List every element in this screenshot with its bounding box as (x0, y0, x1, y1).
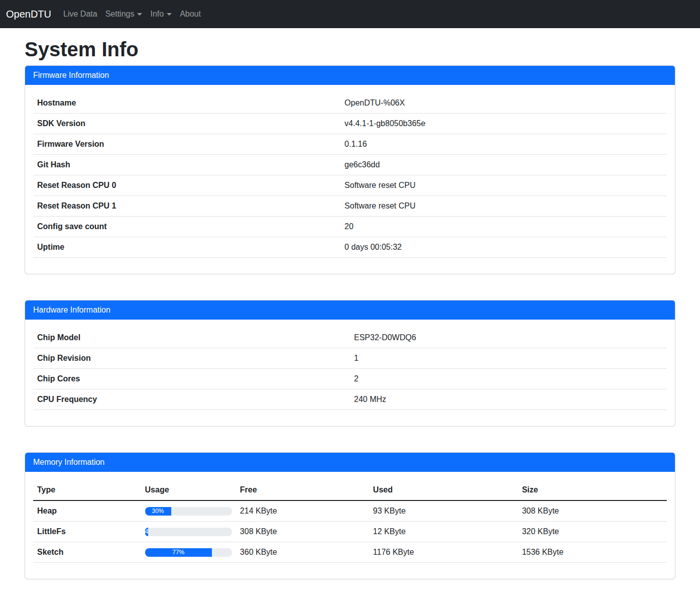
table-row: Firmware Version 0.1.16 (33, 134, 667, 155)
memory-usage-cell: 77% (141, 542, 236, 563)
firmware-information-card: Firmware Information Hostname OpenDTU-%0… (25, 65, 675, 274)
memory-used: 93 KByte (369, 500, 518, 522)
hardware-card-header: Hardware Information (25, 300, 675, 320)
progress-track: 4 (145, 528, 232, 536)
chevron-down-icon (167, 13, 172, 16)
table-row: Git Hash ge6c36dd (33, 155, 667, 175)
row-label: SDK Version (33, 114, 340, 134)
column-header-size: Size (518, 480, 667, 500)
column-header-type: Type (33, 480, 141, 500)
memory-usage-cell: 30% (141, 500, 236, 522)
memory-information-card: Memory Information Type Usage Free Used … (25, 452, 675, 579)
progress-bar: 30% (145, 507, 171, 516)
row-value: 0.1.16 (340, 134, 667, 155)
row-label: Uptime (33, 237, 340, 258)
memory-used: 12 KByte (369, 522, 518, 542)
row-label: Git Hash (33, 155, 340, 175)
row-value: ESP32-D0WDQ6 (350, 328, 667, 348)
row-label: Chip Revision (33, 348, 350, 369)
progress-track: 77% (145, 548, 232, 557)
table-header-row: Type Usage Free Used Size (33, 480, 667, 500)
row-label: Firmware Version (33, 134, 340, 155)
row-value: 0 days 00:05:32 (340, 237, 667, 258)
progress-track: 30% (145, 507, 232, 516)
main-content: System Info Firmware Information Hostnam… (19, 37, 681, 579)
memory-free: 360 KByte (236, 542, 369, 563)
page-title: System Info (25, 37, 675, 61)
row-value: v4.4.1-1-gb8050b365e (340, 114, 667, 134)
nav-link-label: Live Data (63, 8, 97, 20)
nav-link-about[interactable]: About (176, 4, 205, 24)
memory-size: 1536 KByte (518, 542, 667, 563)
hardware-table: Chip Model ESP32-D0WDQ6 Chip Revision 1 … (33, 328, 667, 410)
nav-item-info: Info (146, 4, 176, 24)
firmware-card-body: Hostname OpenDTU-%06X SDK Version v4.4.1… (25, 85, 675, 274)
hardware-card-body: Chip Model ESP32-D0WDQ6 Chip Revision 1 … (25, 320, 675, 426)
table-row: CPU Frequency 240 MHz (33, 389, 667, 410)
nav-link-settings[interactable]: Settings (101, 4, 147, 24)
table-row: Hostname OpenDTU-%06X (33, 93, 667, 114)
memory-usage-cell: 4 (141, 522, 236, 542)
firmware-card-header: Firmware Information (25, 66, 675, 85)
firmware-table: Hostname OpenDTU-%06X SDK Version v4.4.1… (33, 93, 667, 258)
memory-size: 308 KByte (518, 500, 667, 522)
nav-link-live-data[interactable]: Live Data (59, 4, 101, 24)
progress-bar: 77% (145, 548, 212, 557)
memory-used: 1176 KByte (369, 542, 518, 563)
table-row: Chip Revision 1 (33, 348, 667, 369)
navbar: OpenDTU Live Data Settings Info About (0, 0, 700, 28)
memory-type: Sketch (33, 542, 141, 563)
table-row: Chip Model ESP32-D0WDQ6 (33, 328, 667, 348)
column-header-usage: Usage (141, 480, 236, 500)
chevron-down-icon (137, 13, 142, 16)
nav-link-info[interactable]: Info (146, 4, 176, 24)
table-row: Reset Reason CPU 1 Software reset CPU (33, 196, 667, 217)
memory-type: LittleFs (33, 522, 141, 542)
nav-link-label: Settings (105, 8, 135, 20)
column-header-used: Used (369, 480, 518, 500)
table-row: LittleFs 4 308 KByte 12 KByte 320 KByte (33, 522, 667, 542)
table-row: Uptime 0 days 00:05:32 (33, 237, 667, 258)
nav-item-live-data: Live Data (59, 4, 101, 24)
table-row: Sketch 77% 360 KByte 1176 KByte 1536 KBy… (33, 542, 667, 563)
row-label: Chip Model (33, 328, 350, 348)
row-value: Software reset CPU (340, 175, 667, 196)
row-value: 20 (340, 217, 667, 237)
memory-free: 308 KByte (236, 522, 369, 542)
row-label: Reset Reason CPU 1 (33, 196, 340, 217)
row-value: Software reset CPU (340, 196, 667, 217)
nav-link-label: About (180, 8, 201, 20)
row-label: Hostname (33, 93, 340, 114)
memory-card-body: Type Usage Free Used Size Heap 30% (25, 472, 675, 579)
row-label: Chip Cores (33, 369, 350, 389)
nav-link-label: Info (150, 8, 164, 20)
hardware-information-card: Hardware Information Chip Model ESP32-D0… (25, 300, 675, 427)
row-label: Reset Reason CPU 0 (33, 175, 340, 196)
row-label: Config save count (33, 217, 340, 237)
table-row: Chip Cores 2 (33, 369, 667, 389)
table-row: Heap 30% 214 KByte 93 KByte 308 KByte (33, 500, 667, 522)
memory-size: 320 KByte (518, 522, 667, 542)
row-value: ge6c36dd (340, 155, 667, 175)
row-value: 240 MHz (350, 389, 667, 410)
row-label: CPU Frequency (33, 389, 350, 410)
row-value: OpenDTU-%06X (340, 93, 667, 114)
progress-bar: 4 (145, 528, 149, 536)
memory-table: Type Usage Free Used Size Heap 30% (33, 480, 667, 563)
memory-card-header: Memory Information (25, 453, 675, 472)
memory-free: 214 KByte (236, 500, 369, 522)
row-value: 1 (350, 348, 667, 369)
column-header-free: Free (236, 480, 369, 500)
memory-type: Heap (33, 500, 141, 522)
row-value: 2 (350, 369, 667, 389)
table-row: Config save count 20 (33, 217, 667, 237)
nav-item-about: About (176, 4, 205, 24)
table-row: Reset Reason CPU 0 Software reset CPU (33, 175, 667, 196)
brand-link[interactable]: OpenDTU (6, 7, 51, 22)
table-row: SDK Version v4.4.1-1-gb8050b365e (33, 114, 667, 134)
nav-item-settings: Settings (101, 4, 147, 24)
